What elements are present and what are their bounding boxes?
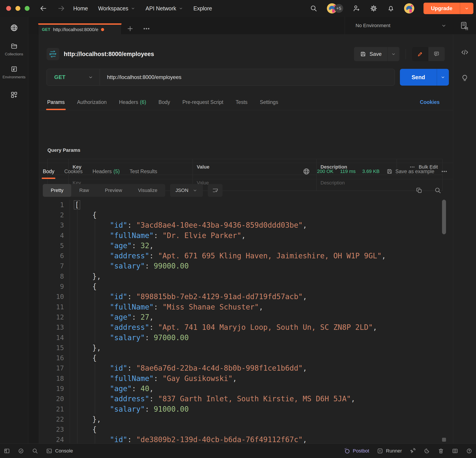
tab-pre-request-script[interactable]: Pre-request Script [182,94,223,110]
tab-authorization[interactable]: Authorization [77,94,107,110]
postbot-button[interactable]: Postbot [343,447,369,454]
user-avatar[interactable] [404,3,414,13]
code-line: 24 "id": "de3809b2-139d-40cb-b6da-76f491… [39,435,453,443]
response-body-viewer[interactable]: 1[2 {3 "id": "3acd8ae4-10ee-43ba-9436-85… [39,200,453,443]
response-size[interactable]: 3.69 KB [362,169,379,174]
save-as-example-button[interactable]: Save as example [386,168,434,175]
checkmark-status-icon[interactable] [18,448,24,454]
code-line: 1[ [39,200,453,210]
nav-forward-icon[interactable] [57,4,65,12]
sidebar-item-environments[interactable]: Environments [3,65,26,79]
status-bar: Console Postbot Runner [0,443,476,458]
http-method-icon: HTTP [47,48,59,60]
tab-preview[interactable]: Preview [97,184,130,197]
upgrade-button[interactable]: Upgrade [424,3,473,14]
console-icon [46,448,52,454]
tab-headers[interactable]: Headers(5) [93,164,120,179]
request-title: http://localhost:8000/employees [64,51,154,58]
workspace-globe-icon[interactable] [10,23,18,32]
nav-workspaces[interactable]: Workspaces [98,5,136,12]
help-icon[interactable] [466,448,472,454]
horizontal-scrollbar-thumb[interactable] [442,438,446,442]
format-selector[interactable]: JSON [170,184,203,197]
more-sidebar-items-icon[interactable] [10,91,18,99]
tab-tests[interactable]: Tests [236,94,247,110]
search-icon[interactable] [310,4,318,12]
url-input[interactable]: http://localhost:8000/employees [100,74,181,80]
request-tab-strip: GET http://localhost:8000/e No Environme… [28,17,476,34]
console-button[interactable]: Console [46,448,73,454]
response-more-options-icon[interactable] [441,168,448,175]
svg-text:HTTP: HTTP [49,52,56,56]
nav-api-network[interactable]: API Network [145,5,183,12]
save-floppy-icon [360,51,366,57]
runner-button[interactable]: Runner [377,448,402,454]
chevron-down-icon [441,23,447,29]
invite-user-icon[interactable] [352,4,360,12]
tab-raw[interactable]: Raw [71,184,97,197]
tab-headers[interactable]: Headers(6) [119,94,146,110]
code-line: 18 "fullName": "Gay Gusikowski", [39,373,453,383]
tab-body[interactable]: Body [43,164,54,179]
trash-icon[interactable] [438,448,444,454]
split-panel-icon[interactable] [452,448,458,454]
code-line: 17 "id": "8ae6a76d-22ba-4c4d-8b0b-998f1c… [39,363,453,373]
settings-gear-icon[interactable] [370,4,378,12]
request-title-row: HTTP http://localhost:8000/employees Sav… [39,44,453,64]
tab-body[interactable]: Body [159,94,170,110]
status-badge[interactable]: 200 OK [317,169,333,174]
open-request-tab[interactable]: GET http://localhost:8000/e [38,23,121,34]
traffic-light-zoom[interactable] [25,6,30,11]
cookies-link[interactable]: Cookies [420,94,440,110]
code-line: 20 "address": "837 Garth Inlet, South Ki… [39,394,453,404]
traffic-light-minimize[interactable] [16,6,20,11]
edit-pencil-toggle[interactable] [412,47,428,61]
nav-back-icon[interactable] [39,4,47,12]
cookies-icon[interactable] [424,448,430,454]
find-icon[interactable] [32,448,38,454]
tab-test-results[interactable]: Test Results [130,164,157,179]
collapsed-sidebar-panel [28,34,39,443]
method-selector[interactable]: GET [47,69,100,85]
search-response-icon[interactable] [434,187,442,194]
code-line: 14 "salary": 97000.00 [39,332,453,343]
tab-settings[interactable]: Settings [260,94,278,110]
tab-pretty[interactable]: Pretty [43,184,71,197]
left-sidebar-rail: Collections Environments [0,17,28,443]
code-line: 15 }, [39,343,453,353]
tab-cookies[interactable]: Cookies [64,164,83,179]
save-button[interactable]: Save [354,47,400,61]
traffic-light-close[interactable] [6,6,11,11]
new-tab-button[interactable] [126,23,134,34]
vertical-scrollbar-thumb[interactable] [442,200,446,234]
tab-visualize[interactable]: Visualize [130,184,165,197]
capture-requests-icon[interactable] [409,448,416,454]
send-button[interactable]: Send [400,69,449,85]
wrap-text-icon [212,187,219,194]
code-line: 11 "fullName": "Miss Shanae Schuster", [39,302,453,312]
sidebar-toggle-icon[interactable] [4,448,10,454]
environment-quick-look-icon[interactable] [460,21,469,30]
response-divider [39,163,453,163]
environments-icon [10,65,18,73]
tab-params[interactable]: Params [47,94,65,110]
save-options-chevron[interactable] [387,47,400,61]
copy-response-icon[interactable] [416,187,423,194]
notifications-bell-icon[interactable] [387,4,395,12]
comments-toggle[interactable] [428,47,445,61]
team-avatars[interactable]: +5 [327,3,343,13]
send-options-chevron[interactable] [437,69,449,85]
sidebar-item-collections[interactable]: Collections [5,42,23,57]
environment-selector[interactable]: No Environment [345,17,476,34]
nav-home[interactable]: Home [73,5,88,12]
url-input-box: GET http://localhost:8000/employees [47,69,395,85]
response-time[interactable]: 119 ms [340,169,356,174]
nav-explore[interactable]: Explore [194,5,212,12]
code-snippet-icon[interactable] [460,48,469,57]
lightbulb-info-icon[interactable] [460,73,469,82]
tab-options-icon[interactable] [143,23,150,34]
upgrade-chevron[interactable] [460,3,473,14]
network-globe-icon [302,168,310,175]
code-line: 19 "age": 40, [39,383,453,394]
wrap-lines-button[interactable] [208,184,222,197]
